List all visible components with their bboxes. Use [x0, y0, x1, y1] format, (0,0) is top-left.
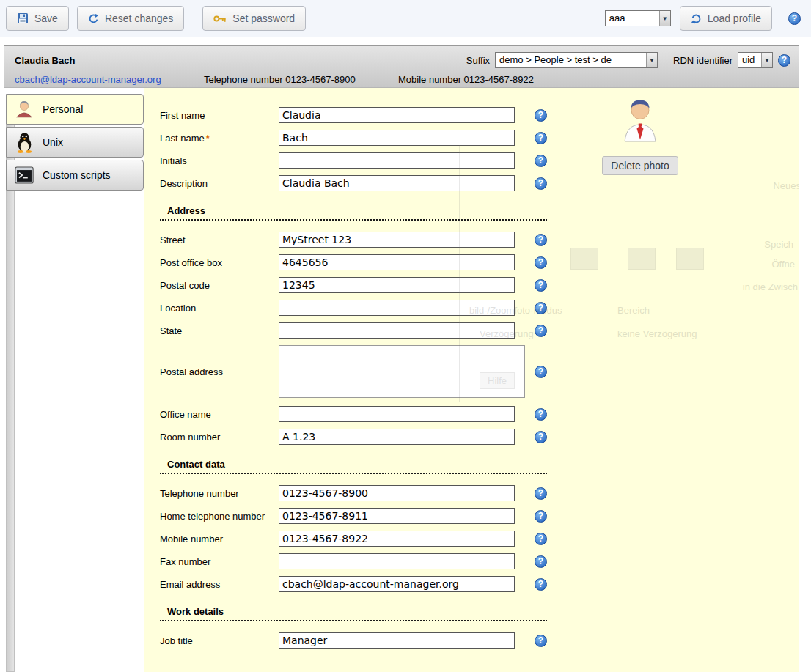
tab-unix[interactable]: Unix: [6, 127, 144, 158]
street-label: Street: [160, 235, 279, 245]
postal-address-textarea[interactable]: [279, 345, 525, 398]
help-icon[interactable]: [535, 431, 547, 443]
save-icon: [17, 12, 29, 24]
description-label: Description: [160, 178, 279, 189]
help-icon[interactable]: [535, 132, 547, 144]
form-row: Fax number: [160, 553, 799, 569]
required-asterisk: *: [206, 133, 210, 144]
suffix-label: Suffix: [466, 55, 490, 66]
help-icon[interactable]: [535, 366, 547, 378]
account-header: Claudia Bach Suffix demo > People > test…: [4, 45, 799, 88]
profile-select[interactable]: aaa ▼: [605, 10, 671, 26]
help-icon[interactable]: [535, 155, 547, 167]
home-telephone-number-input[interactable]: [279, 508, 515, 524]
account-email-link[interactable]: cbach@ldap-account-manager.org: [15, 74, 204, 85]
rdn-label: RDN identifier: [673, 55, 733, 66]
postal-address-label: Postal address: [160, 366, 279, 377]
help-icon[interactable]: [535, 510, 547, 523]
fax-number-input[interactable]: [279, 553, 515, 569]
user-photo-block: Delete photo: [600, 98, 680, 175]
suffix-select[interactable]: demo > People > test > de ▼: [495, 52, 658, 68]
tab-personal[interactable]: Personal: [6, 94, 144, 125]
help-icon[interactable]: [535, 635, 547, 647]
chevron-down-icon[interactable]: ▼: [646, 53, 657, 67]
form-row: Email address: [160, 576, 799, 592]
key-icon: [213, 15, 227, 23]
initials-input[interactable]: [279, 152, 515, 169]
last-name-label: Last name*: [160, 133, 279, 144]
user-photo[interactable]: [623, 98, 658, 142]
terminal-icon: [13, 166, 35, 184]
help-icon[interactable]: [535, 555, 547, 568]
profile-select-value: aaa: [606, 11, 659, 26]
help-icon[interactable]: [535, 408, 547, 421]
form-row: Location: [160, 300, 799, 316]
suffix-select-value: demo > People > test > de: [496, 53, 646, 67]
tab-custom-scripts[interactable]: Custom scripts: [6, 160, 144, 191]
help-icon[interactable]: [535, 578, 547, 591]
account-telephone: Telephone number 0123-4567-8900: [204, 74, 398, 85]
help-icon[interactable]: [535, 177, 547, 190]
contact-section-heading: Contact data: [160, 459, 547, 474]
form-row: Street: [160, 232, 799, 248]
help-icon[interactable]: [535, 279, 547, 292]
tab-personal-label: Personal: [43, 103, 83, 115]
help-icon[interactable]: [535, 256, 547, 269]
help-icon[interactable]: [535, 109, 547, 122]
location-label: Location: [160, 303, 279, 314]
help-icon[interactable]: [535, 533, 547, 545]
form-row: Last name*: [160, 130, 799, 146]
help-icon[interactable]: [778, 54, 790, 67]
state-label: State: [160, 325, 279, 336]
tab-custom-scripts-label: Custom scripts: [43, 169, 111, 181]
load-profile-icon: [691, 13, 702, 24]
post-office-box-label: Post office box: [160, 257, 279, 268]
email-address-input[interactable]: [279, 576, 515, 592]
form-row: First name: [160, 107, 799, 123]
form-row: Mobile number: [160, 531, 799, 547]
work-section-heading: Work details: [160, 606, 547, 621]
tux-penguin-icon: [13, 132, 35, 153]
set-password-button[interactable]: Set password: [202, 6, 306, 31]
postal-code-input[interactable]: [279, 277, 515, 293]
reset-changes-button[interactable]: Reset changes: [77, 6, 184, 31]
help-icon[interactable]: [535, 302, 547, 314]
home-telephone-number-label: Home telephone number: [160, 511, 279, 522]
form-row: Job title: [160, 632, 799, 649]
help-icon[interactable]: [535, 234, 547, 246]
save-button[interactable]: Save: [6, 6, 69, 31]
job-title-input[interactable]: [279, 632, 515, 649]
street-input[interactable]: [279, 232, 515, 248]
first-name-label: First name: [160, 110, 279, 121]
form-row: Postal code: [160, 277, 799, 293]
help-icon[interactable]: [535, 487, 547, 500]
form-row: Postal address: [160, 345, 799, 398]
rdn-select[interactable]: uid ▼: [738, 52, 773, 68]
telephone-number-label: Telephone number: [160, 488, 279, 499]
state-input[interactable]: [279, 322, 515, 339]
help-icon[interactable]: [535, 325, 547, 337]
post-office-box-input[interactable]: [279, 254, 515, 270]
mobile-number-input[interactable]: [279, 531, 515, 547]
postal-code-label: Postal code: [160, 280, 279, 291]
last-name-input[interactable]: [279, 130, 515, 146]
description-input[interactable]: [279, 175, 515, 191]
chevron-down-icon[interactable]: ▼: [761, 53, 772, 67]
load-profile-button[interactable]: Load profile: [680, 6, 772, 31]
form-row: Home telephone number: [160, 508, 799, 524]
form-row: Post office box: [160, 254, 799, 270]
help-icon[interactable]: [788, 12, 801, 25]
chevron-down-icon[interactable]: ▼: [659, 11, 670, 26]
delete-photo-button[interactable]: Delete photo: [602, 156, 678, 175]
office-name-input[interactable]: [279, 406, 515, 422]
mobile-number-label: Mobile number: [160, 533, 279, 544]
tab-unix-label: Unix: [43, 136, 63, 148]
room-number-label: Room number: [160, 432, 279, 443]
form-row: Initials: [160, 152, 799, 169]
room-number-input[interactable]: [279, 429, 515, 445]
location-input[interactable]: [279, 300, 515, 316]
main-area: Personal Unix: [4, 88, 799, 672]
first-name-input[interactable]: [279, 107, 515, 123]
load-profile-label: Load profile: [708, 12, 761, 24]
telephone-number-input[interactable]: [279, 485, 515, 501]
